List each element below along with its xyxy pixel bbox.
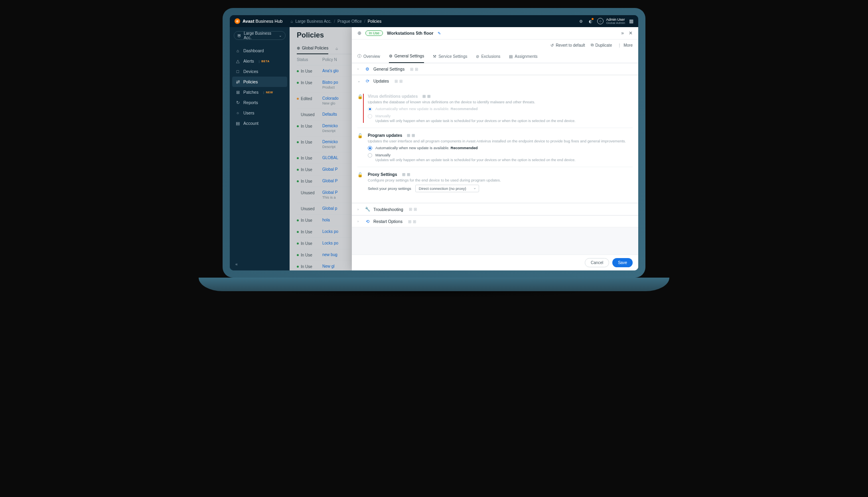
app-grid-icon[interactable]: ▦ bbox=[629, 18, 633, 24]
drawer-title: Workstations 5th floor bbox=[387, 31, 434, 36]
settings-icon[interactable]: ⚙ bbox=[578, 18, 584, 24]
more-button[interactable]: ⋮ More bbox=[617, 43, 633, 47]
radio-virus-auto bbox=[368, 107, 372, 111]
radio-virus-manual bbox=[368, 114, 372, 118]
dtab-exclusions[interactable]: ⊘ Exclusions bbox=[476, 51, 500, 63]
breadcrumb: ⌂ Large Business Acc. / Prague Office / … bbox=[291, 19, 382, 24]
proxy-settings-title: Proxy Settings ⊞⊞ bbox=[368, 172, 633, 177]
proxy-select[interactable]: Direct connection (no proxy) bbox=[415, 185, 479, 192]
section-general-settings[interactable]: › ⚙ General Settings ⊞⊞ bbox=[352, 63, 638, 75]
brand-name: Avast Business Hub bbox=[243, 19, 283, 24]
platform-icons: ⊞⊞ bbox=[407, 133, 416, 138]
top-bar: α Avast Business Hub ⌂ Large Business Ac… bbox=[230, 15, 638, 27]
dtab-assignments[interactable]: ▤ Assignments bbox=[509, 51, 537, 63]
lock-icon[interactable]: 🔒 bbox=[357, 94, 363, 123]
platform-icons: ⊞⊞ bbox=[410, 67, 418, 71]
new-badge: NEW bbox=[263, 91, 273, 94]
section-troubleshooting[interactable]: › 🔧 Troubleshooting ⊞⊞ bbox=[352, 203, 638, 215]
lock-icon[interactable]: 🔓 bbox=[357, 133, 363, 162]
radio-program-manual-label[interactable]: Manually bbox=[375, 153, 576, 157]
radio-virus-manual-sub: Updates will only happen when an update … bbox=[375, 119, 576, 123]
sidebar-item-patches[interactable]: ⊞ Patches NEW bbox=[230, 87, 290, 97]
sidebar-item-users[interactable]: ○ Users bbox=[230, 108, 290, 118]
chevron-right-icon: › bbox=[357, 207, 361, 211]
account-icon: ▤ bbox=[235, 121, 240, 126]
service-icon: ⚒ bbox=[433, 54, 436, 59]
section-updates[interactable]: ⌄ ⟳ Updates ⊞⊞ bbox=[352, 75, 638, 87]
section-restart-options[interactable]: › ⟲ Restart Options ⊞⊞ bbox=[352, 215, 638, 227]
restart-icon: ⟲ bbox=[365, 219, 370, 224]
dtab-service[interactable]: ⚒ Service Settings bbox=[433, 51, 467, 63]
patches-icon: ⊞ bbox=[235, 90, 240, 95]
sidebar-item-dashboard[interactable]: ⌂ Dashboard bbox=[230, 45, 290, 56]
cancel-button[interactable]: Cancel bbox=[585, 258, 609, 267]
status-chip: In Use bbox=[365, 30, 383, 36]
info-icon: ⓘ bbox=[357, 53, 361, 59]
chevron-down-icon: ⌄ bbox=[279, 34, 282, 37]
sidebar-item-devices[interactable]: □ Devices bbox=[230, 66, 290, 77]
platform-icons: ⊞⊞ bbox=[409, 207, 417, 211]
sidebar: ⛨ Large Business Acc. ⌄ ⌂ Dashboard △ Al… bbox=[230, 27, 290, 270]
radio-virus-manual-label: Manually bbox=[375, 114, 576, 118]
chevron-down-icon: ⌄ bbox=[357, 79, 361, 83]
more-icon: ⋮ bbox=[617, 43, 621, 47]
home-icon[interactable]: ⌂ bbox=[291, 19, 293, 24]
radio-program-manual-sub: Updates will only happen when an update … bbox=[375, 158, 576, 162]
lock-icon[interactable]: 🔓 bbox=[357, 172, 363, 192]
dtab-general[interactable]: ⚙ General Settings bbox=[389, 51, 424, 63]
policy-drawer: ⊕ In Use Workstations 5th floor ✎ » ✕ bbox=[352, 27, 638, 270]
gear-icon: ⚙ bbox=[365, 67, 370, 71]
duplicate-icon: ⧉ bbox=[591, 43, 594, 47]
collapse-sidebar-icon[interactable]: « bbox=[235, 262, 238, 266]
devices-icon: □ bbox=[235, 69, 240, 74]
proxy-select-label: Select your proxy settings bbox=[368, 186, 411, 191]
radio-program-auto-label[interactable]: Automatically when new update is availab… bbox=[375, 146, 478, 150]
chevron-right-icon: › bbox=[357, 67, 361, 71]
beta-badge: BETA bbox=[259, 60, 270, 63]
edit-icon[interactable]: ✎ bbox=[438, 31, 441, 36]
dtab-overview[interactable]: ⓘ Overview bbox=[357, 51, 380, 63]
chevron-right-icon: › bbox=[357, 219, 361, 223]
account-picker[interactable]: ⛨ Large Business Acc. ⌄ bbox=[234, 31, 286, 40]
revert-icon: ↺ bbox=[550, 43, 554, 47]
radio-virus-auto-label: Automatically when new update is availab… bbox=[375, 106, 478, 111]
exclusions-icon: ⊘ bbox=[476, 54, 479, 59]
duplicate-button[interactable]: ⧉ Duplicate bbox=[591, 43, 612, 47]
main-content: Policies ⊕ Global Policies ⌂ bbox=[290, 27, 638, 270]
shield-icon: ⛨ bbox=[237, 34, 241, 38]
breadcrumb-account[interactable]: Large Business Acc. bbox=[296, 19, 332, 24]
radio-program-manual[interactable] bbox=[368, 153, 372, 158]
alerts-icon: △ bbox=[235, 59, 240, 63]
sidebar-item-reports[interactable]: ↻ Reports bbox=[230, 97, 290, 108]
help-icon[interactable]: ◐ bbox=[588, 18, 593, 24]
sidebar-item-policies[interactable]: ⇄ Policies bbox=[232, 77, 287, 87]
reports-icon: ↻ bbox=[235, 100, 240, 105]
gear-icon: ⚙ bbox=[389, 54, 393, 58]
assignments-icon: ▤ bbox=[509, 54, 513, 59]
policies-icon: ⇄ bbox=[235, 79, 240, 84]
expand-icon[interactable]: » bbox=[621, 30, 624, 36]
platform-icons: ⊞⊞ bbox=[422, 94, 432, 99]
platform-icons: ⊞⊞ bbox=[395, 79, 404, 83]
brand-logo-icon: α bbox=[235, 18, 240, 24]
virus-updates-title: Virus definitions updates ⊞⊞ bbox=[368, 94, 633, 99]
user-role: Global Admin bbox=[606, 22, 625, 25]
updates-icon: ⟳ bbox=[365, 79, 370, 83]
revert-button[interactable]: ↺ Revert to default bbox=[550, 43, 585, 47]
proxy-settings-desc: Configure proxy settings for the end dev… bbox=[368, 178, 633, 182]
platform-icons: ⊞⊞ bbox=[402, 172, 410, 177]
avatar-icon: ○ bbox=[597, 18, 604, 24]
close-icon[interactable]: ✕ bbox=[629, 30, 633, 36]
program-updates-desc: Updates the user interface and all progr… bbox=[368, 139, 633, 143]
globe-icon: ⊕ bbox=[357, 30, 361, 36]
platform-icons: ⊞⊞ bbox=[408, 219, 418, 224]
breadcrumb-page: Policies bbox=[368, 19, 381, 24]
radio-program-auto[interactable] bbox=[368, 146, 372, 150]
sidebar-item-alerts[interactable]: △ Alerts BETA bbox=[230, 56, 290, 66]
virus-updates-desc: Updates the database of known virus defi… bbox=[368, 100, 633, 104]
breadcrumb-site[interactable]: Prague Office bbox=[337, 19, 362, 24]
user-menu[interactable]: ○ Admin User Global Admin bbox=[597, 18, 625, 25]
dashboard-icon: ⌂ bbox=[235, 48, 240, 53]
save-button[interactable]: Save bbox=[612, 258, 633, 267]
sidebar-item-account[interactable]: ▤ Account bbox=[230, 118, 290, 128]
